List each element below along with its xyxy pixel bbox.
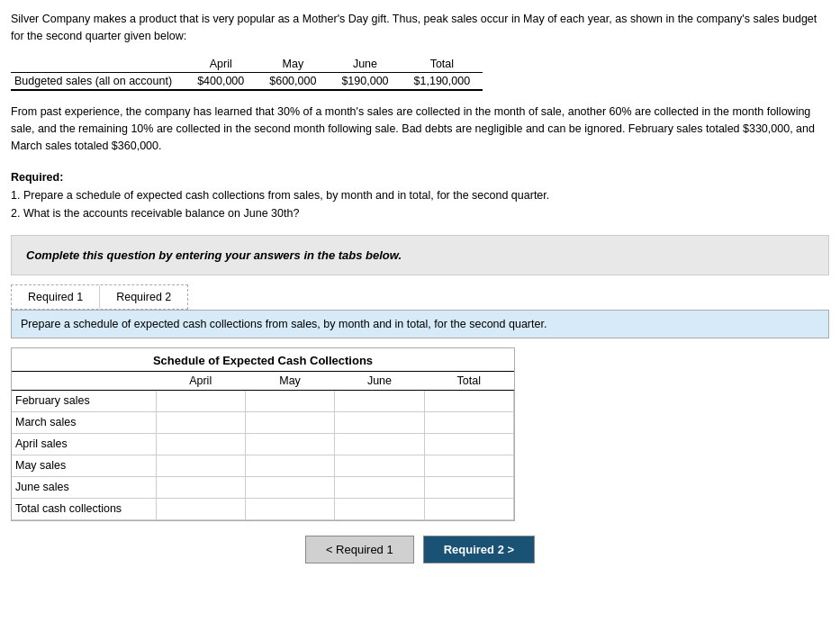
input-field-june-row0[interactable] bbox=[340, 394, 418, 407]
input-field-april-row5[interactable] bbox=[162, 502, 239, 515]
table-row: March sales bbox=[12, 411, 514, 433]
input-may-row1[interactable] bbox=[245, 411, 334, 433]
schedule-container: Schedule of Expected Cash Collections Ap… bbox=[11, 347, 515, 521]
input-june-row0[interactable] bbox=[335, 390, 424, 411]
tab-required2[interactable]: Required 2 bbox=[100, 285, 187, 309]
required-item2: 2. What is the accounts receivable balan… bbox=[11, 204, 829, 222]
col-may: May bbox=[257, 56, 329, 73]
sales-budget-label: Budgeted sales (all on account) bbox=[11, 72, 185, 90]
input-may-row4[interactable] bbox=[245, 476, 334, 498]
instruction-bar: Prepare a schedule of expected cash coll… bbox=[11, 311, 829, 338]
schedule-col-june: June bbox=[335, 371, 424, 390]
input-field-may-row0[interactable] bbox=[251, 394, 329, 407]
input-field-may-row2[interactable] bbox=[251, 437, 329, 450]
col-total: Total bbox=[402, 56, 483, 73]
input-field-june-row5[interactable] bbox=[340, 502, 418, 515]
input-field-june-row1[interactable] bbox=[340, 416, 418, 428]
tab-required1[interactable]: Required 1 bbox=[12, 285, 100, 309]
input-field-april-row2[interactable] bbox=[162, 437, 239, 450]
next-button[interactable]: Required 2 > bbox=[423, 536, 535, 563]
complete-text: Complete this question by entering your … bbox=[26, 248, 402, 262]
experience-paragraph: From past experience, the company has le… bbox=[11, 104, 829, 156]
col-april: April bbox=[185, 56, 257, 73]
input-field-april-row3[interactable] bbox=[162, 459, 239, 472]
input-field-total-row3[interactable] bbox=[430, 459, 508, 472]
sales-april: $400,000 bbox=[185, 72, 257, 90]
sales-total: $1,190,000 bbox=[402, 72, 483, 90]
sales-may: $600,000 bbox=[257, 72, 329, 90]
row-label: June sales bbox=[12, 476, 156, 498]
input-field-april-row0[interactable] bbox=[162, 394, 239, 407]
table-row: May sales bbox=[12, 455, 514, 476]
input-field-june-row4[interactable] bbox=[340, 481, 418, 493]
schedule-title: Schedule of Expected Cash Collections bbox=[12, 348, 514, 371]
input-april-row4[interactable] bbox=[156, 476, 245, 498]
table-row: April sales bbox=[12, 433, 514, 455]
required-section: Required: 1. Prepare a schedule of expec… bbox=[11, 168, 829, 222]
row-label: March sales bbox=[12, 411, 156, 433]
row-label: May sales bbox=[12, 455, 156, 476]
col-june: June bbox=[329, 56, 401, 73]
input-april-row1[interactable] bbox=[156, 411, 245, 433]
schedule-table: April May June Total February salesMarch… bbox=[12, 371, 514, 520]
sales-budget-table: April May June Total Budgeted sales (all… bbox=[11, 56, 483, 91]
tabs-container: Required 1 Required 2 bbox=[11, 284, 188, 310]
input-total-row5[interactable] bbox=[424, 498, 513, 519]
input-field-total-row0[interactable] bbox=[430, 394, 508, 407]
input-field-total-row2[interactable] bbox=[430, 437, 508, 450]
input-field-may-row3[interactable] bbox=[251, 459, 329, 472]
input-may-row3[interactable] bbox=[245, 455, 334, 476]
table-row: Total cash collections bbox=[12, 498, 514, 519]
bottom-nav: < Required 1 Required 2 > bbox=[11, 536, 829, 563]
input-may-row2[interactable] bbox=[245, 433, 334, 455]
input-june-row3[interactable] bbox=[335, 455, 424, 476]
input-june-row5[interactable] bbox=[335, 498, 424, 519]
schedule-col-total: Total bbox=[424, 371, 513, 390]
input-total-row2[interactable] bbox=[424, 433, 513, 455]
complete-box: Complete this question by entering your … bbox=[11, 235, 829, 275]
sales-june: $190,000 bbox=[329, 72, 401, 90]
row-label: April sales bbox=[12, 433, 156, 455]
input-total-row0[interactable] bbox=[424, 390, 513, 411]
input-field-total-row1[interactable] bbox=[430, 416, 508, 428]
row-label: Total cash collections bbox=[12, 498, 156, 519]
input-april-row2[interactable] bbox=[156, 433, 245, 455]
prev-button[interactable]: < Required 1 bbox=[305, 536, 414, 563]
input-june-row1[interactable] bbox=[335, 411, 424, 433]
input-field-june-row2[interactable] bbox=[340, 437, 418, 450]
input-june-row4[interactable] bbox=[335, 476, 424, 498]
input-april-row0[interactable] bbox=[156, 390, 245, 411]
input-may-row0[interactable] bbox=[245, 390, 334, 411]
input-june-row2[interactable] bbox=[335, 433, 424, 455]
input-field-may-row4[interactable] bbox=[251, 481, 329, 493]
schedule-col-label bbox=[12, 371, 156, 390]
input-april-row5[interactable] bbox=[156, 498, 245, 519]
tabs-wrapper: Required 1 Required 2 bbox=[11, 284, 829, 310]
required-heading: Required: bbox=[11, 171, 63, 184]
input-total-row3[interactable] bbox=[424, 455, 513, 476]
input-field-total-row4[interactable] bbox=[430, 481, 508, 493]
input-field-april-row4[interactable] bbox=[162, 481, 239, 493]
table-row: February sales bbox=[12, 390, 514, 411]
table-row: June sales bbox=[12, 476, 514, 498]
input-field-may-row1[interactable] bbox=[251, 416, 329, 428]
input-may-row5[interactable] bbox=[245, 498, 334, 519]
intro-paragraph: Silver Company makes a product that is v… bbox=[11, 11, 829, 45]
schedule-col-may: May bbox=[245, 371, 334, 390]
input-field-may-row5[interactable] bbox=[251, 502, 329, 515]
required-item1: 1. Prepare a schedule of expected cash c… bbox=[11, 186, 829, 204]
input-total-row4[interactable] bbox=[424, 476, 513, 498]
row-label: February sales bbox=[12, 390, 156, 411]
schedule-col-april: April bbox=[156, 371, 245, 390]
input-field-june-row3[interactable] bbox=[340, 459, 418, 472]
input-field-april-row1[interactable] bbox=[162, 416, 239, 428]
input-field-total-row5[interactable] bbox=[430, 502, 508, 515]
input-total-row1[interactable] bbox=[424, 411, 513, 433]
input-april-row3[interactable] bbox=[156, 455, 245, 476]
